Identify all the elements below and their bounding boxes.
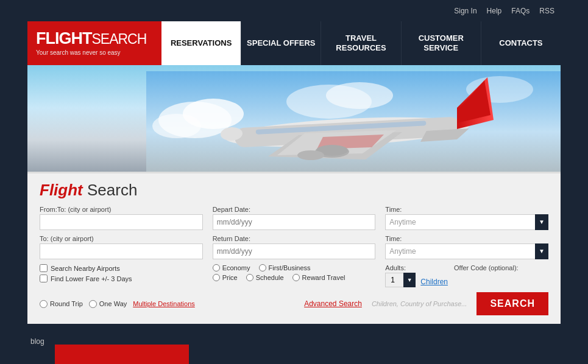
time2-arrow: ▼ [535, 243, 548, 259]
depart-label: Depart Date: [213, 206, 376, 213]
blog-link[interactable]: blog [30, 337, 44, 346]
one-way-radio[interactable] [89, 300, 97, 308]
nearby-airports-label: Search Nearby Airports [51, 265, 120, 272]
to-input[interactable] [40, 243, 203, 259]
time1-select-wrapper: Anytime Morning Afternoon Evening ▼ [385, 214, 548, 230]
price-radio[interactable] [213, 274, 220, 281]
fare-type-group: Economy First/Business Price [213, 264, 376, 281]
svg-point-5 [326, 82, 393, 109]
nav-customer-service[interactable]: CUSTOMER SERVICE [402, 21, 481, 65]
hero-banner [27, 65, 561, 172]
adults-select[interactable]: 1 2 3 4 5 [385, 273, 416, 287]
bottom-row: Round Trip One Way Multiple Destinations… [40, 292, 548, 315]
title-search: Search [83, 181, 138, 199]
schedule-label: Schedule [256, 274, 284, 281]
search-form: From:To: (city or airport) To: (city or … [40, 206, 548, 287]
children-country-placeholder: Children, Country of Purchase... [372, 300, 467, 307]
logo-search: SEARCH [91, 31, 146, 47]
time2-select[interactable]: Anytime Morning Afternoon Evening [385, 243, 548, 259]
svg-point-3 [152, 114, 201, 138]
depart-input[interactable] [213, 214, 376, 230]
form-col-3: Time: Anytime Morning Afternoon Evening … [385, 206, 548, 287]
form-col-2: Depart Date: Return Date: Economy [213, 206, 376, 287]
adults-group: Adults: 1 2 3 4 5 [385, 264, 448, 287]
round-trip-radio-label[interactable]: Round Trip [40, 300, 83, 308]
adults-row: Adults: 1 2 3 4 5 [385, 264, 548, 287]
from-input[interactable] [40, 214, 203, 230]
one-way-label: One Way [99, 300, 127, 307]
from-label: From:To: (city or airport) [40, 206, 203, 213]
adults-select-wrapper: 1 2 3 4 5 ▼ [385, 273, 416, 287]
one-way-radio-label[interactable]: One Way [89, 300, 127, 308]
time2-select-wrapper: Anytime Morning Afternoon Evening ▼ [385, 243, 548, 259]
lower-fare-label: Find Lower Fare +/- 3 Days [51, 275, 132, 282]
logo-text: FLIGHTSEARCH [36, 30, 153, 47]
nearby-airports-checkbox[interactable] [40, 264, 48, 272]
page-wrapper: Sign In Help FAQs RSS FLIGHTSEARCH Your … [0, 0, 588, 364]
economy-radio[interactable] [213, 264, 220, 271]
signin-link[interactable]: Sign In [454, 7, 476, 15]
radio-price[interactable]: Price [213, 274, 238, 281]
round-trip-radio[interactable] [40, 300, 48, 308]
logo-flight: FLIGHT [36, 29, 91, 47]
radio-schedule[interactable]: Schedule [246, 274, 284, 281]
footer-red-bar [55, 345, 189, 364]
nav-special-offers[interactable]: SPECIAL OFFERS [241, 21, 321, 65]
radio-economy[interactable]: Economy [213, 264, 250, 271]
search-button[interactable]: SEARCH [476, 292, 548, 315]
search-section: Flight Search From:To: (city or airport)… [27, 172, 561, 324]
logo-tagline: Your search was never so easy [36, 49, 153, 56]
help-link[interactable]: Help [487, 7, 502, 15]
round-trip-label: Round Trip [50, 300, 83, 307]
to-group: To: (city or airport) [40, 235, 203, 259]
time1-arrow: ▼ [535, 214, 548, 230]
return-input[interactable] [213, 243, 376, 259]
logo-area: FLIGHTSEARCH Your search was never so ea… [27, 21, 161, 65]
form-col-1: From:To: (city or airport) To: (city or … [40, 206, 203, 287]
radio-row-2: Price Schedule Reward Travel [213, 274, 376, 281]
lower-fare-checkbox[interactable] [40, 275, 48, 282]
time1-select[interactable]: Anytime Morning Afternoon Evening [385, 214, 548, 230]
main-nav: RESERVATIONS SPECIAL OFFERS TRAVEL RESOU… [161, 21, 561, 65]
time2-label: Time: [385, 235, 548, 242]
faqs-link[interactable]: FAQs [511, 7, 530, 15]
reward-travel-radio[interactable] [292, 274, 300, 281]
checkbox-nearby[interactable]: Search Nearby Airports [40, 264, 203, 272]
depart-group: Depart Date: [213, 206, 376, 230]
time2-group: Time: Anytime Morning Afternoon Evening … [385, 235, 548, 259]
time1-label: Time: [385, 206, 548, 213]
return-label: Return Date: [213, 235, 376, 242]
to-label: To: (city or airport) [40, 235, 203, 242]
offer-group: Offer Code (optional): [454, 264, 519, 273]
price-label: Price [222, 274, 238, 281]
title-flight: Flight [40, 181, 83, 199]
main-content: FLIGHTSEARCH Your search was never so ea… [27, 21, 561, 324]
nav-travel-resources[interactable]: TRAVEL RESOURCES [321, 21, 401, 65]
header: FLIGHTSEARCH Your search was never so ea… [27, 21, 561, 65]
first-business-radio[interactable] [259, 264, 266, 271]
multiple-destinations-link[interactable]: Multiple Destinations [133, 300, 195, 307]
first-business-label: First/Business [269, 264, 311, 271]
radio-reward-travel[interactable]: Reward Travel [292, 274, 345, 281]
svg-point-18 [297, 150, 324, 160]
radio-first-business[interactable]: First/Business [259, 264, 311, 271]
radio-row-1: Economy First/Business [213, 264, 376, 271]
time1-group: Time: Anytime Morning Afternoon Evening … [385, 206, 548, 230]
advanced-search-link[interactable]: Advanced Search [304, 299, 362, 308]
search-title: Flight Search [40, 181, 548, 200]
economy-label: Economy [222, 264, 250, 271]
checkbox-lower-fare[interactable]: Find Lower Fare +/- 3 Days [40, 275, 203, 282]
adults-label: Adults: [385, 264, 448, 271]
reward-travel-label: Reward Travel [302, 274, 345, 281]
airplane-illustration [146, 71, 561, 172]
trip-type-radios: Round Trip One Way Multiple Destinations [40, 300, 195, 308]
from-group: From:To: (city or airport) [40, 206, 203, 230]
schedule-radio[interactable] [246, 274, 253, 281]
checkbox-group: Search Nearby Airports Find Lower Fare +… [40, 264, 203, 282]
rss-link[interactable]: RSS [539, 7, 554, 15]
nav-reservations[interactable]: RESERVATIONS [161, 21, 241, 65]
nav-contacts[interactable]: CONTACTS [481, 21, 561, 65]
offer-label: Offer Code (optional): [454, 264, 519, 271]
children-link[interactable]: Children [420, 278, 448, 286]
return-group: Return Date: [213, 235, 376, 259]
